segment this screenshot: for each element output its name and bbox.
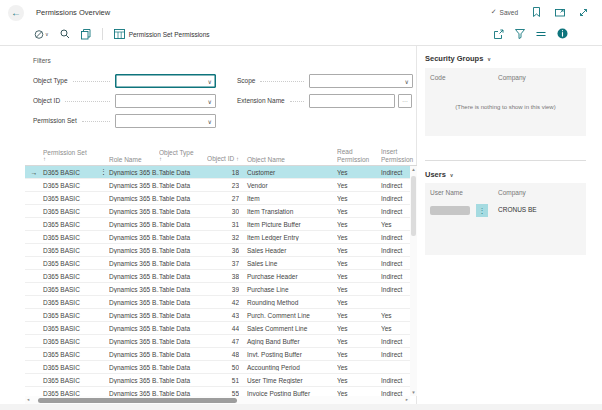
col-header-insert-permission[interactable]: Insert Permission — [381, 148, 417, 163]
col-header-permission-set[interactable]: Permission Set↑ — [43, 149, 109, 163]
table-row[interactable]: D365 BASICDynamics 365 B...Table Data30I… — [25, 205, 410, 218]
permission-set-dropdown[interactable]: ∨ — [115, 114, 216, 128]
cell-role: Dynamics 365 B... — [109, 221, 159, 228]
horizontal-scrollbar[interactable]: ◂ ▸ — [25, 396, 410, 404]
users-section-header[interactable]: Users ∨ — [425, 170, 454, 179]
views-menu-button[interactable]: ∨ — [34, 29, 49, 40]
open-in-window-button[interactable] — [555, 8, 565, 17]
layout-options-button[interactable] — [536, 30, 546, 38]
col-header-object-name[interactable]: Object Name — [239, 156, 337, 163]
table-row[interactable]: D365 BASICDynamics 365 B...Table Data50A… — [25, 361, 410, 374]
cell-oname: Item Picture Buffer — [239, 221, 337, 228]
vertical-scrollbar[interactable]: ▲ ▼ — [410, 166, 417, 396]
cell-oname: Sales Comment Line — [239, 325, 337, 332]
row-ellipsis-button[interactable]: ⋮ — [100, 168, 109, 176]
col-header-read-permission[interactable]: Read Permission — [337, 148, 381, 163]
cell-oname: Vendor — [239, 182, 337, 189]
table-row[interactable]: D365 BASICDynamics 365 B...Table Data23V… — [25, 179, 410, 192]
cell-oname: Sales Header — [239, 247, 337, 254]
details-button[interactable] — [557, 28, 568, 39]
col-header-object-type[interactable]: Object Type↑ — [159, 149, 207, 163]
table-row[interactable]: →D365 BASIC⋮Dynamics 365 B...Table Data1… — [25, 166, 410, 179]
cell-otype: Table Data — [159, 195, 207, 202]
cell-role: Dynamics 365 B... — [109, 312, 159, 319]
permission-set-permissions-button[interactable]: Permission Set Permissions — [114, 29, 210, 39]
table-row[interactable]: D365 BASICDynamics 365 B...Table Data44S… — [25, 322, 410, 335]
cell-permission-set: D365 BASIC — [43, 182, 109, 189]
cell-otype: Table Data — [159, 273, 207, 280]
scroll-up-icon[interactable]: ▲ — [410, 167, 417, 172]
extension-name-lookup-button[interactable]: … — [398, 94, 412, 108]
search-button[interactable] — [60, 29, 70, 39]
table-row[interactable]: D365 BASICDynamics 365 B...Table Data36S… — [25, 244, 410, 257]
horizontal-scroll-thumb[interactable] — [38, 398, 237, 403]
cell-otype: Table Data — [159, 325, 207, 332]
object-type-dropdown[interactable]: ∨ — [115, 74, 216, 88]
cell-role: Dynamics 365 B... — [109, 247, 159, 254]
permission-table-icon — [114, 29, 125, 39]
table-row[interactable]: D365 BASICDynamics 365 B...Table Data31I… — [25, 218, 410, 231]
cell-object-id: 27 — [207, 195, 239, 202]
table-row[interactable]: D365 BASICDynamics 365 B...Table Data39P… — [25, 283, 410, 296]
users-table: User Name Company ⋮ CRONUS BE — [425, 183, 586, 255]
cell-object-id: 48 — [207, 351, 239, 358]
table-row[interactable]: D365 BASICDynamics 365 B...Table Data27I… — [25, 192, 410, 205]
table-row[interactable]: D365 BASICDynamics 365 B...Table Data51U… — [25, 374, 410, 387]
cell-oname: Aging Band Buffer — [239, 338, 337, 345]
filter-button[interactable] — [515, 29, 525, 39]
users-username-header: User Name — [430, 189, 463, 196]
permission-set-link: D365 BASIC — [43, 247, 80, 254]
permission-set-link: D365 BASIC — [43, 195, 80, 202]
cell-permission-set: D365 BASIC — [43, 208, 109, 215]
permission-set-link[interactable]: D365 BASIC — [43, 169, 80, 176]
top-bar: ← Permissions Overview ✓ Saved — [0, 0, 602, 24]
cell-otype: Table Data — [159, 351, 207, 358]
permission-set-permissions-label: Permission Set Permissions — [129, 31, 210, 38]
cell-object-id: 47 — [207, 338, 239, 345]
extension-name-input[interactable] — [309, 94, 395, 108]
table-row[interactable]: D365 BASICDynamics 365 B...Table Data48I… — [25, 348, 410, 361]
object-id-dropdown[interactable]: ∨ — [115, 94, 216, 108]
copy-button[interactable] — [81, 29, 91, 40]
security-groups-section-header[interactable]: Security Groups ∨ — [425, 54, 491, 63]
cell-oname: Item Ledger Entry — [239, 234, 337, 241]
cell-object-id: 23 — [207, 182, 239, 189]
permission-set-link: D365 BASIC — [43, 299, 80, 306]
share-button[interactable] — [494, 29, 504, 39]
expand-button[interactable] — [579, 8, 588, 17]
cell-object-id: 30 — [207, 208, 239, 215]
bookmark-button[interactable] — [532, 7, 541, 17]
object-id-link[interactable]: 18 — [232, 169, 239, 176]
cell-read: Yes — [337, 325, 381, 332]
vertical-scroll-thumb[interactable] — [411, 176, 416, 236]
scroll-down-icon[interactable]: ▼ — [410, 390, 417, 395]
table-row[interactable]: D365 BASICDynamics 365 B...Table Data43P… — [25, 309, 410, 322]
object-id-link: 38 — [232, 273, 239, 280]
cell-insert: Indirect — [381, 195, 410, 202]
cell-role: Dynamics 365 B... — [109, 325, 159, 332]
col-header-role-name[interactable]: Role Name — [109, 156, 159, 163]
table-row[interactable]: D365 BASICDynamics 365 B...Table Data42R… — [25, 296, 410, 309]
sort-asc-icon: ↑ — [43, 156, 109, 163]
table-row[interactable]: D365 BASICDynamics 365 B...Table Data32I… — [25, 231, 410, 244]
scroll-left-icon[interactable]: ◂ — [27, 397, 29, 402]
cell-object-id: 44 — [207, 325, 239, 332]
cell-read: Yes — [337, 234, 381, 241]
cell-permission-set: D365 BASIC — [43, 338, 109, 345]
back-button[interactable]: ← — [8, 5, 24, 21]
object-id-link: 43 — [232, 312, 239, 319]
cell-oname: Customer — [239, 169, 337, 176]
user-row-ellipsis-button[interactable]: ⋮ — [476, 204, 488, 217]
object-id-link: 27 — [232, 195, 239, 202]
object-id-link: 36 — [232, 247, 239, 254]
cell-read: Yes — [337, 195, 381, 202]
table-row[interactable]: D365 BASICDynamics 365 B...Table Data47A… — [25, 335, 410, 348]
permission-set-link: D365 BASIC — [43, 221, 80, 228]
scope-dropdown[interactable]: ∨ — [309, 74, 413, 88]
table-row[interactable]: D365 BASICDynamics 365 B...Table Data38P… — [25, 270, 410, 283]
col-header-object-id[interactable]: Object ID ↑ — [207, 155, 239, 163]
cell-marker: → — [25, 169, 43, 176]
user-row[interactable]: ⋮ CRONUS BE — [425, 203, 586, 218]
scroll-right-icon[interactable]: ▸ — [406, 397, 408, 402]
table-row[interactable]: D365 BASICDynamics 365 B...Table Data37S… — [25, 257, 410, 270]
